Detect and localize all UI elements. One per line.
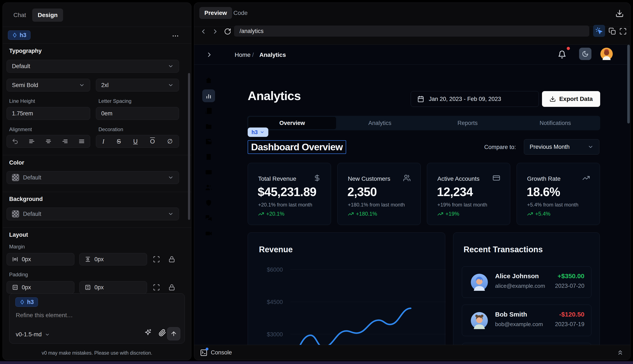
font-size-select[interactable]: 2xl <box>96 79 179 92</box>
rail-analytics-active[interactable] <box>202 90 215 102</box>
console-activity-dot <box>206 348 208 350</box>
selected-heading-outline[interactable]: Dashboard Overview <box>248 140 346 154</box>
padding-y-input[interactable]: 0px <box>79 281 147 294</box>
align-justify-icon[interactable] <box>78 138 85 145</box>
console-bar[interactable]: Console <box>194 345 630 360</box>
align-left-icon[interactable] <box>28 138 35 145</box>
lock-margin-icon[interactable] <box>168 256 175 263</box>
window-bottom-strip <box>0 361 633 364</box>
layout-section-label: Layout <box>9 232 28 238</box>
margin-y-input[interactable]: 0px <box>79 253 147 266</box>
rail-shield-icon[interactable] <box>205 199 212 206</box>
breadcrumb-home[interactable]: Home <box>235 52 251 58</box>
more-options-button[interactable] <box>171 32 179 40</box>
rail-video-icon[interactable] <box>205 230 212 237</box>
transaction-email: bob@example.com <box>495 321 543 328</box>
color-section-label: Color <box>9 160 24 166</box>
transaction-row[interactable]: Alice Johnson alice@example.com +$350.00… <box>462 266 591 298</box>
no-decoration-button[interactable]: ∅ <box>167 138 173 145</box>
stat-value: 12,234 <box>437 185 473 199</box>
color-select[interactable]: Default <box>7 171 179 184</box>
align-center-icon[interactable] <box>45 138 52 145</box>
chevrons-up-icon[interactable] <box>616 349 624 356</box>
transaction-row[interactable]: Bob Smith bob@example.com -$120.50 2023-… <box>462 304 591 336</box>
pointer-select-button[interactable] <box>593 25 605 37</box>
preview-scrollbar-thumb[interactable] <box>627 45 630 124</box>
undo-icon[interactable] <box>12 138 19 145</box>
transaction-email: alice@example.com <box>495 283 545 289</box>
send-button[interactable] <box>167 327 180 340</box>
selected-element-badge[interactable]: h3 <box>8 30 31 40</box>
download-icon <box>549 96 556 102</box>
pointer-click-icon <box>595 27 603 35</box>
composer-element-badge[interactable]: h3 <box>15 297 38 307</box>
align-right-icon[interactable] <box>62 138 68 145</box>
strikethrough-button[interactable]: S <box>117 138 121 145</box>
expand-padding-icon[interactable] <box>153 284 160 291</box>
url-text: /analytics <box>240 28 264 34</box>
font-weight-select[interactable]: Semi Bold <box>7 79 90 92</box>
rail-wallet-icon[interactable] <box>205 138 212 145</box>
chevron-down-icon <box>79 82 85 88</box>
compare-select[interactable]: Previous Month <box>524 139 599 154</box>
expand-margin-icon[interactable] <box>153 256 160 263</box>
design-panel-scrollbar[interactable] <box>188 73 190 220</box>
refresh-icon[interactable] <box>224 28 231 35</box>
background-value: Default <box>23 211 41 217</box>
rail-messages-icon[interactable] <box>205 214 212 222</box>
rail-folder-icon[interactable] <box>205 122 212 130</box>
tab-design[interactable]: Design <box>32 8 63 22</box>
rail-home-icon[interactable] <box>205 77 212 84</box>
underline-button[interactable]: U <box>133 138 138 145</box>
nav-forward-icon[interactable] <box>212 28 219 35</box>
rail-users-icon[interactable] <box>205 184 212 191</box>
transaction-amount: +$350.00 <box>558 272 584 280</box>
tab-chat[interactable]: Chat <box>8 8 32 22</box>
rail-news-icon[interactable] <box>205 107 212 114</box>
overline-button[interactable]: O <box>150 138 155 145</box>
users-icon <box>403 174 411 182</box>
user-avatar[interactable] <box>600 48 613 60</box>
transactions-title: Recent Transactions <box>464 245 543 254</box>
model-selector[interactable]: v0-1.5-md <box>16 331 50 338</box>
letter-spacing-value: 0em <box>101 110 113 117</box>
sparkles-icon[interactable] <box>144 328 152 336</box>
panel-toggle-icon[interactable] <box>206 51 213 58</box>
download-icon[interactable] <box>615 9 624 18</box>
url-bar[interactable]: /analytics <box>234 26 589 36</box>
background-select[interactable]: Default <box>7 208 179 220</box>
letter-spacing-input[interactable]: 0em <box>96 107 179 120</box>
nav-back-icon[interactable] <box>200 28 207 35</box>
tab-code[interactable]: Code <box>228 7 253 19</box>
tab-notifications[interactable]: Notifications <box>512 117 599 129</box>
tab-preview[interactable]: Preview <box>199 7 232 19</box>
maximize-icon[interactable] <box>619 28 627 35</box>
paperclip-icon[interactable] <box>159 329 166 336</box>
bell-icon[interactable] <box>558 50 566 59</box>
rail-receipt-icon[interactable] <box>205 153 212 160</box>
rail-credit-card-icon[interactable] <box>205 168 212 176</box>
font-family-select[interactable]: Default <box>7 60 179 72</box>
export-data-button[interactable]: Export Data <box>542 91 600 107</box>
avatar <box>471 312 488 329</box>
composer-input[interactable]: Refine this element… <box>16 312 73 319</box>
stat-subtext: +19% from last month <box>437 202 487 208</box>
stat-trend: +5.4% <box>527 211 550 217</box>
line-height-label: Line Height <box>9 98 35 104</box>
line-height-input[interactable]: 1.75rem <box>7 107 90 120</box>
lock-padding-icon[interactable] <box>168 284 175 291</box>
copy-icon[interactable] <box>608 28 616 35</box>
padding-x-input[interactable]: 0px <box>7 281 74 294</box>
preview-scrollbar[interactable] <box>627 45 630 345</box>
svg-text:$4500: $4500 <box>267 299 283 305</box>
tab-reports[interactable]: Reports <box>424 117 512 129</box>
margin-x-input[interactable]: 0px <box>7 253 74 266</box>
chevron-down-icon <box>168 63 174 69</box>
chevron-down-icon <box>168 211 174 217</box>
date-range-button[interactable]: Jan 20, 2023 - Feb 09, 2023 <box>411 91 539 107</box>
tab-analytics[interactable]: Analytics <box>336 117 424 129</box>
design-panel: Chat Design h3 Typography Default Semi B… <box>3 2 191 360</box>
theme-toggle-button[interactable] <box>579 48 591 60</box>
italic-button[interactable]: I <box>102 138 104 145</box>
selection-element-badge[interactable]: h3 <box>248 128 268 137</box>
